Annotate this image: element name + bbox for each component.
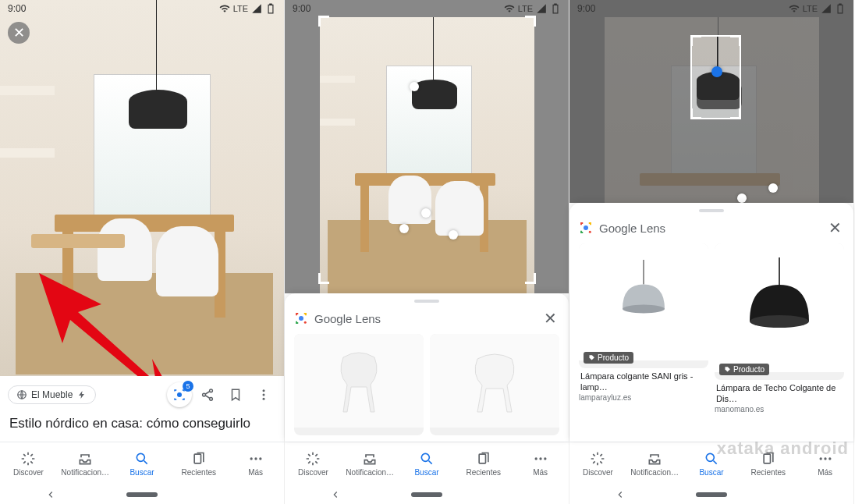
wifi-icon — [504, 3, 515, 14]
tray-icon — [77, 451, 93, 467]
system-nav — [285, 485, 569, 504]
sheet-handle[interactable] — [699, 209, 724, 212]
lens-button[interactable]: 5 — [167, 382, 192, 407]
nav-label: Notificacion… — [630, 468, 679, 477]
nav-search[interactable]: Buscar — [683, 442, 740, 485]
back-icon[interactable] — [615, 489, 626, 500]
crop-handle-bl[interactable] — [690, 108, 701, 119]
sheet-title: Google Lens — [314, 312, 534, 325]
lens-viewport[interactable] — [569, 0, 853, 203]
home-pill[interactable] — [126, 492, 158, 497]
home-pill[interactable] — [696, 492, 727, 497]
nav-search[interactable]: Buscar — [114, 442, 171, 485]
svg-point-30 — [824, 457, 826, 460]
source-chip[interactable]: El Mueble — [8, 385, 96, 404]
svg-point-16 — [421, 453, 429, 461]
svg-point-11 — [250, 457, 252, 460]
sheet-handle[interactable] — [414, 300, 439, 303]
svg-point-15 — [304, 321, 307, 324]
nav-search[interactable]: Buscar — [399, 442, 456, 485]
lens-sheet[interactable]: Google Lens ✕ Producto — [569, 203, 853, 442]
nav-recent[interactable]: Recientes — [170, 442, 227, 485]
result-card[interactable]: Producto — [715, 243, 844, 380]
more-horiz-icon — [533, 451, 548, 467]
share-button[interactable] — [195, 382, 220, 407]
nav-more[interactable]: Más — [512, 442, 569, 485]
nav-more[interactable]: Más — [796, 442, 853, 485]
sheet-close-button[interactable]: ✕ — [541, 309, 559, 328]
google-lens-icon — [579, 221, 593, 235]
result-thumb — [430, 334, 559, 428]
crop-handle-tr[interactable] — [525, 16, 536, 27]
image-viewport[interactable]: ✕ — [0, 0, 284, 376]
status-time: 9:00 — [577, 3, 595, 14]
object-dot[interactable] — [421, 208, 431, 218]
crop-handle-br[interactable] — [525, 273, 536, 284]
image-caption: Estilo nórdico en casa: cómo conseguirlo — [8, 412, 276, 438]
lens-viewport[interactable] — [285, 0, 569, 293]
nav-discover[interactable]: Discover — [569, 442, 626, 485]
battery-icon — [265, 3, 276, 14]
room-image — [0, 0, 284, 376]
svg-rect-17 — [479, 454, 485, 463]
object-dot[interactable] — [399, 224, 409, 233]
collections-icon — [761, 451, 776, 467]
crop-handle-br[interactable] — [730, 108, 741, 119]
search-icon — [134, 451, 150, 467]
discover-icon — [305, 451, 321, 467]
tag-icon — [588, 354, 595, 361]
nav-recent[interactable]: Recientes — [455, 442, 512, 485]
crop-handle-tl[interactable] — [690, 35, 701, 46]
crop-box[interactable] — [690, 35, 741, 119]
close-button[interactable]: ✕ — [8, 22, 30, 44]
selected-object-dot[interactable] — [711, 66, 722, 77]
phone-screen-1: 9:00 LTE ✕ — [0, 0, 285, 504]
result-card[interactable] — [430, 334, 559, 435]
result-card[interactable] — [294, 334, 424, 435]
status-time: 9:00 — [8, 3, 26, 14]
result-card[interactable]: Producto — [579, 243, 708, 368]
object-dot[interactable] — [737, 193, 747, 203]
amp-icon — [76, 389, 87, 400]
product-badge: Producto — [584, 352, 633, 364]
nav-notifications[interactable]: Notificacion… — [342, 442, 399, 485]
nav-more[interactable]: Más — [227, 442, 284, 485]
status-network: LTE — [233, 4, 248, 13]
globe-icon — [16, 389, 27, 400]
status-icons: LTE — [504, 3, 561, 14]
object-dot[interactable] — [768, 183, 778, 193]
search-icon — [704, 451, 719, 467]
results-row[interactable] — [294, 334, 559, 435]
crop-handle-bl[interactable] — [318, 273, 329, 284]
lens-badge: 5 — [183, 381, 193, 392]
crop-handle-tl[interactable] — [318, 16, 329, 27]
back-icon[interactable] — [45, 489, 56, 500]
nav-notifications[interactable]: Notificacion… — [57, 442, 114, 485]
status-bar: 9:00 LTE — [569, 0, 853, 17]
bookmark-button[interactable] — [223, 382, 248, 407]
home-pill[interactable] — [411, 492, 442, 497]
crop-box[interactable] — [320, 17, 534, 282]
object-dot[interactable] — [449, 230, 458, 240]
nav-label: Notificacion… — [61, 468, 109, 477]
sheet-close-button[interactable]: ✕ — [825, 218, 844, 237]
nav-recent[interactable]: Recientes — [740, 442, 796, 485]
crop-handle-tr[interactable] — [730, 35, 741, 46]
svg-point-8 — [263, 398, 265, 400]
svg-point-19 — [539, 457, 541, 460]
nav-label: Recientes — [751, 468, 786, 477]
svg-point-27 — [706, 453, 714, 461]
svg-point-2 — [177, 392, 182, 397]
results-row[interactable]: Producto Lámpara colgante SANI gris - la… — [579, 243, 844, 413]
result-source: manomano.es — [715, 405, 844, 413]
nav-notifications[interactable]: Notificacion… — [626, 442, 683, 485]
object-dot[interactable] — [410, 82, 419, 91]
more-button[interactable] — [251, 382, 276, 407]
svg-point-24 — [623, 305, 665, 314]
lens-sheet[interactable]: Google Lens ✕ — [285, 293, 569, 442]
nav-discover[interactable]: Discover — [285, 442, 342, 485]
result-thumb — [579, 243, 708, 360]
nav-discover[interactable]: Discover — [0, 442, 57, 485]
svg-point-20 — [544, 457, 546, 460]
back-icon[interactable] — [330, 489, 341, 500]
